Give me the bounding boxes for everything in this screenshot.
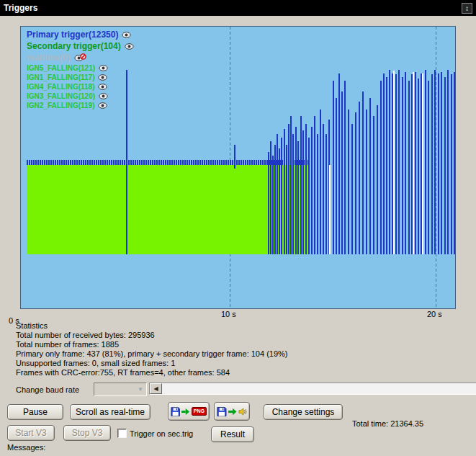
floppy-disk-icon: [217, 406, 227, 417]
speaker-icon: [238, 407, 247, 416]
statistics-line: Frames with CRC-error:755, RT frames=4, …: [16, 368, 288, 377]
legend-item-4[interactable]: IGN5_FALLING(121): [27, 63, 136, 73]
chart-legend: Primary trigger(12350)Secondary trigger(…: [27, 29, 136, 110]
scroll-realtime-button[interactable]: Scroll as real-time: [70, 404, 151, 420]
eye-icon[interactable]: [125, 43, 136, 50]
legend-label: Secondary trigger(104): [27, 41, 121, 51]
statistics-line: Total number of frames: 1885: [16, 340, 288, 349]
trigger-timeline-chart[interactable]: Primary trigger(12350)Secondary trigger(…: [20, 26, 456, 309]
change-settings-button[interactable]: Change settings: [264, 404, 343, 420]
legend-label: IGN2_FALLING(119): [27, 102, 94, 109]
statistics-line: Primary only frame: 437 (81%), primary +…: [16, 349, 288, 359]
statistics-title: Statistics: [16, 321, 288, 331]
legend-item-1[interactable]: Primary trigger(12350): [27, 29, 136, 40]
legend-item-7[interactable]: IGN3_FALLING(120): [27, 91, 136, 101]
eye-icon[interactable]: [98, 73, 109, 81]
eye-icon[interactable]: [98, 102, 109, 109]
eye-icon[interactable]: [122, 31, 133, 39]
left-arrow-icon: ◀: [153, 385, 158, 392]
trigger-sec-checkbox[interactable]: [117, 429, 127, 438]
save-png-button[interactable]: PNG: [168, 402, 210, 421]
start-v3-button[interactable]: Start V3: [7, 425, 55, 441]
legend-item-5[interactable]: IGN1_FALLING(117): [27, 73, 136, 82]
eye-icon[interactable]: [98, 83, 109, 91]
baud-rate-select[interactable]: ▼: [94, 383, 147, 396]
axis-label-20s: 20 s: [427, 310, 442, 318]
legend-item-8[interactable]: IGN2_FALLING(119): [27, 101, 136, 110]
messages-label: Messages:: [7, 443, 45, 452]
png-badge: PNG: [192, 407, 207, 416]
legend-item-2[interactable]: Secondary trigger(104): [27, 40, 136, 52]
legend-label: realtime(0): [27, 53, 71, 63]
scrollbar-track[interactable]: [162, 383, 476, 394]
pause-button[interactable]: Pause: [7, 404, 63, 420]
axis-label-10s: 10 s: [221, 310, 236, 318]
legend-label: Primary trigger(12350): [27, 30, 118, 40]
eye-blocked-icon[interactable]: [74, 53, 87, 62]
titlebar-resize-button[interactable]: ↕: [462, 3, 472, 14]
baud-rate-label: Change baud rate: [16, 385, 79, 394]
total-time-label: Total time: 21364.35: [352, 419, 423, 428]
legend-label: IGN4_FALLING(118): [27, 83, 94, 91]
statistics-line: Unsupported frames: 0, small sized frame…: [16, 359, 288, 368]
chevron-down-icon: ▼: [138, 386, 143, 393]
stop-v3-button[interactable]: Stop V3: [63, 425, 111, 441]
green-arrow-icon: [181, 408, 190, 416]
legend-label: IGN3_FALLING(120): [27, 92, 95, 100]
statistics-block: Statistics Total number of received byte…: [16, 321, 288, 377]
eye-icon[interactable]: [99, 92, 110, 100]
save-audio-button[interactable]: [214, 402, 250, 421]
statistics-line: Total number of received bytes: 295936: [16, 331, 288, 340]
scroll-left-button[interactable]: ◀: [150, 383, 162, 394]
eye-icon[interactable]: [99, 64, 110, 72]
legend-label: IGN1_FALLING(117): [27, 73, 94, 81]
legend-item-6[interactable]: IGN4_FALLING(118): [27, 82, 136, 91]
result-button[interactable]: Result: [211, 426, 254, 442]
green-arrow-icon: [228, 408, 237, 416]
trigger-sec-label: Trigger on sec.trig: [130, 429, 193, 438]
horizontal-scrollbar[interactable]: ◀: [149, 383, 476, 395]
window-title: Triggers: [4, 3, 462, 13]
title-bar[interactable]: Triggers ↕: [0, 0, 476, 16]
floppy-disk-icon: [171, 406, 180, 417]
legend-label: IGN5_FALLING(121): [27, 64, 95, 72]
legend-item-3[interactable]: realtime(0): [27, 52, 136, 63]
